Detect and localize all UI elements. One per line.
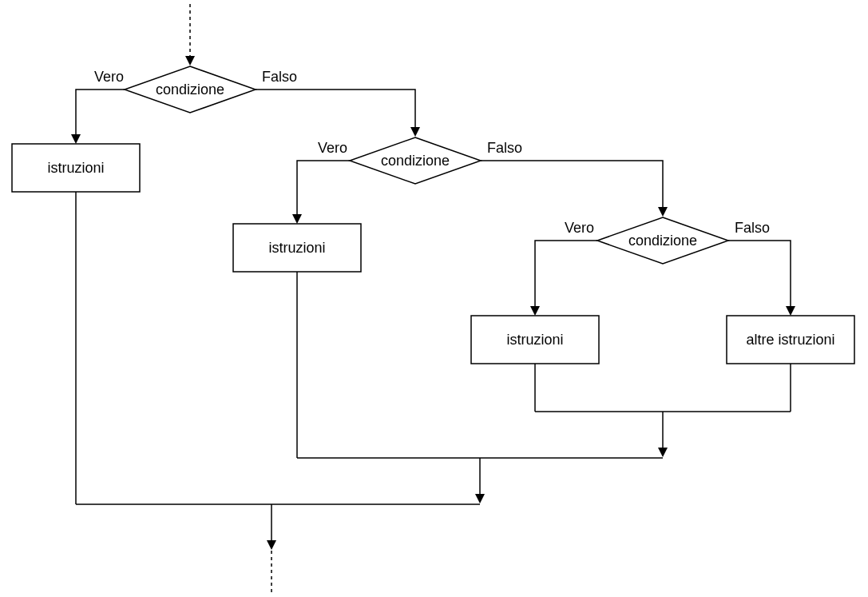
process-other: altre istruzioni (727, 316, 854, 364)
edge-cond1-true-label: Vero (94, 69, 124, 85)
process-instr1: istruzioni (12, 144, 140, 192)
edge-cond3-false (728, 241, 791, 314)
process-instr3: istruzioni (471, 316, 599, 364)
edge-cond3-false-label: Falso (735, 220, 770, 236)
decision-cond2: condizione (350, 137, 481, 184)
decision-cond3-label: condizione (628, 233, 697, 249)
process-other-label: altre istruzioni (746, 332, 834, 348)
edge-cond1-true (76, 90, 125, 142)
decision-cond1-label: condizione (156, 82, 224, 98)
process-instr3-label: istruzioni (506, 332, 563, 348)
edge-cond2-true (297, 161, 350, 222)
edge-cond1-false-label: Falso (262, 69, 297, 85)
edge-cond3-true (535, 241, 597, 314)
edge-cond1-false (256, 90, 415, 135)
decision-cond2-label: condizione (381, 153, 450, 169)
edge-cond3-true-label: Vero (565, 220, 594, 236)
flowchart-diagram: condizione Vero Falso istruzioni condizi… (0, 0, 868, 597)
edge-cond2-true-label: Vero (318, 140, 347, 156)
process-instr1-label: istruzioni (47, 160, 104, 176)
process-instr2-label: istruzioni (268, 240, 325, 256)
edge-cond2-false (481, 161, 663, 215)
edge-cond2-false-label: Falso (487, 140, 522, 156)
process-instr2: istruzioni (233, 224, 361, 272)
decision-cond1: condizione (125, 66, 256, 113)
decision-cond3: condizione (597, 217, 728, 264)
